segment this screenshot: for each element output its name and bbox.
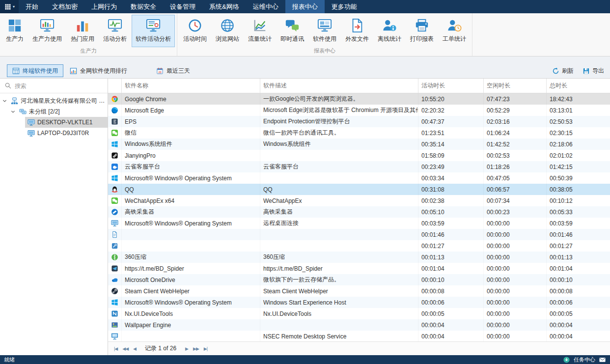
cell-name: Microsoft OneDrive xyxy=(122,274,260,285)
tree-node-laptop-d9j3it0r[interactable]: LAPTOP-D9J3IT0R xyxy=(0,128,108,139)
ribbon-button-offline-stats[interactable]: 离线统计 xyxy=(374,15,405,47)
export-button[interactable]: 导出 xyxy=(582,67,604,75)
ribbon-button-label: 外发文件 xyxy=(345,35,369,43)
cell-name: 云雀客服平台 xyxy=(122,161,260,172)
column-header-desc[interactable]: 软件描述 xyxy=(260,79,418,93)
menubar-item-report-center[interactable]: 报表中心 xyxy=(285,0,325,13)
ribbon-button-productivity-usage[interactable]: 生产力使用 xyxy=(28,15,66,47)
table-row[interactable]: Steam Client WebHelperSteam Client WebHe… xyxy=(108,285,610,297)
table-row[interactable]: 云雀客服平台云雀客服平台00:23:4901:18:2601:42:15 xyxy=(108,161,610,172)
cell-app-icon xyxy=(108,127,122,139)
pager-first-button[interactable]: |◀ xyxy=(112,346,119,351)
table-row[interactable]: 00:01:4600:00:0000:01:46 xyxy=(108,229,610,240)
table-row[interactable]: JianyingPro01:58:0900:02:5302:01:02 xyxy=(108,150,610,161)
traffic-chart-icon xyxy=(252,18,267,33)
pager-prev-button[interactable]: ◀ xyxy=(131,346,138,351)
cell-desc: NSEC Remote Desktop Service xyxy=(260,331,418,341)
table-row[interactable]: Microsoft® Windows® Operating SystemWind… xyxy=(108,297,610,308)
tree-node-company[interactable]: 河北瀚星辰文化传媒有限公司 [2/2] xyxy=(0,95,108,106)
column-header-idle[interactable]: 空闲时长 xyxy=(484,79,547,93)
tab-terminal-software-usage[interactable]: 终端软件使用 xyxy=(7,64,63,77)
task-center-label[interactable]: 任务中心 xyxy=(574,356,595,364)
cell-idle-duration: 00:00:00 xyxy=(484,297,547,308)
menubar: ▾ 开始文档加密上网行为数据安全设备管理系统&网络运维中心报表中心更多功能 xyxy=(0,0,610,13)
cell-active-duration: 01:23:51 xyxy=(418,127,484,139)
ribbon-button-hot-apps[interactable]: 热门应用 xyxy=(67,15,98,47)
ribbon-button-label: 活动分析 xyxy=(103,35,127,43)
cell-desc: 远程桌面连接 xyxy=(260,218,418,229)
cell-total-duration: 00:00:04 xyxy=(547,319,610,331)
group-icon xyxy=(19,108,27,115)
cell-active-duration: 00:01:46 xyxy=(418,229,484,240)
ribbon-button-instant-messaging[interactable]: 即时通讯 xyxy=(277,15,308,47)
tab-network-software-ranking[interactable]: 全网软件使用排行 xyxy=(64,64,133,77)
menubar-item-device-management[interactable]: 设备管理 xyxy=(163,0,202,13)
ribbon-button-software-usage[interactable]: 软件使用 xyxy=(309,15,340,47)
menubar-item-data-security[interactable]: 数据安全 xyxy=(124,0,163,13)
column-header-total[interactable]: 总时长 xyxy=(547,79,610,93)
table-row[interactable]: 00:01:2700:00:0000:01:27 xyxy=(108,240,610,252)
ribbon-button-work-order-stats[interactable]: 工单统计 xyxy=(439,15,470,47)
ribbon-button-activity-analysis[interactable]: 活动分析 xyxy=(99,15,131,47)
table-row[interactable]: Microsoft EdgeMicrosoft Edge浏览器是微软基于 Chr… xyxy=(108,105,610,116)
app-menu-button[interactable]: ▾ xyxy=(0,0,19,13)
ribbon-button-software-activity-analysis[interactable]: 软件活动分析 xyxy=(132,15,175,47)
chevron-down-icon[interactable] xyxy=(2,98,7,104)
cell-app-icon xyxy=(108,263,122,274)
table-row[interactable]: EPSEndpoint Protection管理控制平台00:47:3702:0… xyxy=(108,116,610,127)
table-row[interactable]: Microsoft® Windows® Operating System00:0… xyxy=(108,172,610,184)
pager-next-button[interactable]: ▶ xyxy=(183,346,190,351)
ribbon-button-label: 打印报表 xyxy=(410,35,434,43)
menubar-item-internet-behavior[interactable]: 上网行为 xyxy=(84,0,124,13)
menubar-item-ops-center[interactable]: 运维中心 xyxy=(246,0,285,13)
table-row[interactable]: WeChatAppEx x64WeChatAppEx00:02:3800:07:… xyxy=(108,195,610,206)
pager-last-button[interactable]: ▶| xyxy=(202,346,209,351)
table-row[interactable]: Windows系统组件Windows系统组件00:35:1401:42:5202… xyxy=(108,139,610,150)
task-center-icon[interactable] xyxy=(563,356,570,364)
table-row[interactable]: 高铁采集器高铁采集器00:05:1000:00:2300:05:33 xyxy=(108,206,610,218)
table-row[interactable]: Microsoft® Windows® Operating System远程桌面… xyxy=(108,218,610,229)
cell-active-duration: 00:03:59 xyxy=(418,218,484,229)
column-header-active[interactable]: 活动时长 xyxy=(418,79,484,93)
table-grid-icon xyxy=(12,67,20,75)
cell-desc: WeChatAppEx xyxy=(260,195,418,206)
table-row[interactable]: 360压缩360压缩00:01:1300:00:0000:01:13 xyxy=(108,252,610,263)
table-row[interactable]: Google Chrome一款Google公司开发的网页浏览器。10:55:20… xyxy=(108,93,610,105)
cell-idle-duration: 00:00:00 xyxy=(484,319,547,331)
tree-node-ungrouped[interactable]: 未分组 [2/2] xyxy=(0,106,108,117)
table-row[interactable]: Microsoft OneDrive微软旗下的一款云存储产品。00:00:100… xyxy=(108,274,610,285)
ribbon-button-browse-websites[interactable]: 浏览网站 xyxy=(212,15,243,47)
ribbon-button-activity-time[interactable]: 活动时间 xyxy=(179,15,211,47)
pager-next-fast-button[interactable]: ▶▶ xyxy=(191,346,201,351)
cell-app-icon xyxy=(108,252,122,263)
date-range-button[interactable]: 23 最近三天 xyxy=(152,64,194,77)
cell-idle-duration: 00:00:00 xyxy=(484,331,547,341)
menubar-item-doc-encryption[interactable]: 文档加密 xyxy=(45,0,84,13)
cell-idle-duration: 01:18:26 xyxy=(484,161,547,172)
ribbon-button-productivity[interactable]: 生产力 xyxy=(2,15,28,47)
ribbon-group-1: 活动时间浏览网站流量统计即时通讯软件使用外发文件离线统计打印报表工单统计报表中心 xyxy=(177,13,472,56)
chevron-down-icon[interactable] xyxy=(10,109,16,114)
cell-idle-duration: 01:42:52 xyxy=(484,139,547,150)
ribbon-button-label: 流量统计 xyxy=(248,35,272,43)
table-row[interactable]: Wallpaper Engine00:00:0400:00:0000:00:04 xyxy=(108,319,610,331)
column-header-name[interactable]: 软件名称 xyxy=(122,79,260,93)
mail-icon[interactable] xyxy=(599,356,606,364)
ribbon-button-print-report[interactable]: 打印报表 xyxy=(406,15,438,47)
table-row[interactable]: 微信微信一款跨平台的通讯工具。01:23:5101:06:2402:30:15 xyxy=(108,127,610,139)
pager-prev-fast-button[interactable]: ◀◀ xyxy=(120,346,130,351)
pager-prev-group: |◀◀◀◀ xyxy=(112,346,138,351)
search-input[interactable] xyxy=(15,83,103,89)
menubar-item-more-features[interactable]: 更多功能 xyxy=(325,0,364,13)
table-row[interactable]: NSEC Remote Desktop Service00:00:0400:00… xyxy=(108,331,610,341)
cell-total-duration: 00:05:33 xyxy=(547,206,610,218)
menubar-item-system-network[interactable]: 系统&网络 xyxy=(202,0,246,13)
table-row[interactable]: QQQQ00:31:0800:06:5700:38:05 xyxy=(108,184,610,195)
table-row[interactable]: Nx.UI.DeviceToolsNx.UI.DeviceTools00:00:… xyxy=(108,308,610,319)
menubar-item-start[interactable]: 开始 xyxy=(19,0,45,13)
ribbon-button-traffic-stats[interactable]: 流量统计 xyxy=(244,15,276,47)
tree-node-desktop-vlktle1[interactable]: DESKTOP-VLKTLE1 xyxy=(0,117,108,128)
refresh-button[interactable]: 刷新 xyxy=(552,67,574,75)
table-row[interactable]: https://t.me/BD_Spiderhttps://t.me/BD_Sp… xyxy=(108,263,610,274)
ribbon-button-outgoing-files[interactable]: 外发文件 xyxy=(341,15,373,47)
